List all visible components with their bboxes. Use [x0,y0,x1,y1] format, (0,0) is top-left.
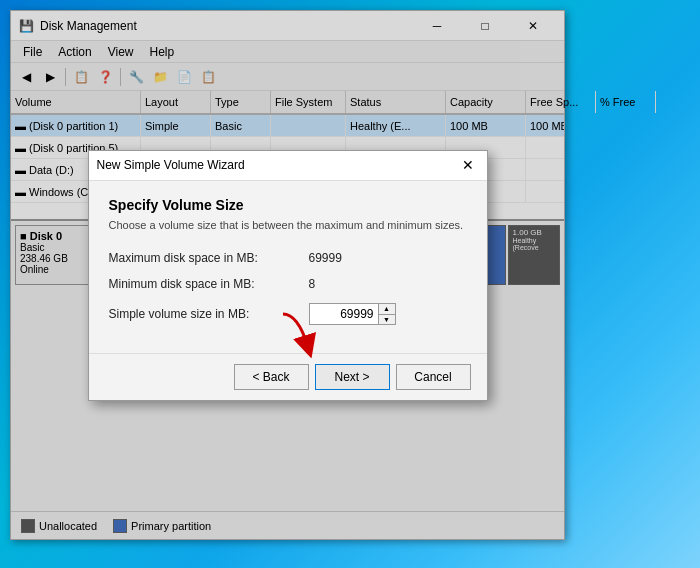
spinner-down-button[interactable]: ▼ [379,314,395,324]
dialog-new-volume: New Simple Volume Wizard ✕ Specify Volum… [88,150,488,401]
max-label: Maximum disk space in MB: [109,251,309,265]
modal-overlay: New Simple Volume Wizard ✕ Specify Volum… [11,11,564,539]
col-pctfree[interactable]: % Free [596,91,656,113]
form-row-max: Maximum disk space in MB: 69999 [109,251,467,265]
spinner-buttons: ▲ ▼ [379,303,396,325]
spinner-up-button[interactable]: ▲ [379,304,395,314]
dialog-heading: Specify Volume Size [109,197,467,213]
max-value: 69999 [309,251,342,265]
min-value: 8 [309,277,316,291]
next-button[interactable]: Next > [315,364,390,390]
back-button[interactable]: < Back [234,364,309,390]
min-label: Minimum disk space in MB: [109,277,309,291]
dialog-subtext: Choose a volume size that is between the… [109,219,467,231]
volume-size-spinner: ▲ ▼ [309,303,396,325]
dialog-title-bar: New Simple Volume Wizard ✕ [89,151,487,181]
dialog-body: Specify Volume Size Choose a volume size… [89,181,487,353]
dialog-close-button[interactable]: ✕ [457,154,479,176]
dialog-title: New Simple Volume Wizard [97,158,245,172]
form-row-size: Simple volume size in MB: ▲ ▼ [109,303,467,325]
cancel-button[interactable]: Cancel [396,364,471,390]
main-window: 💾 Disk Management ─ □ ✕ File Action View… [10,10,565,540]
form-row-min: Minimum disk space in MB: 8 [109,277,467,291]
dialog-footer: < Back Next > Cancel [89,353,487,400]
volume-size-input[interactable] [309,303,379,325]
size-label: Simple volume size in MB: [109,307,309,321]
